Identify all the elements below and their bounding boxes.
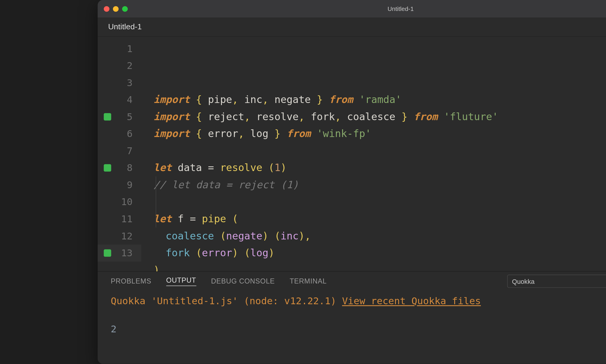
line-number: 7 — [98, 142, 141, 160]
code-token: pipe — [202, 210, 232, 228]
code-token: ( — [196, 244, 202, 262]
code-token: f — [178, 210, 190, 228]
line-number: 10 — [98, 194, 141, 211]
code-token: 1 — [275, 160, 281, 177]
code-line[interactable]: ) — [141, 262, 606, 271]
code-token: resolve — [256, 108, 299, 125]
code-token: ) ( — [262, 228, 281, 245]
code-token: } — [395, 108, 413, 125]
code-token: ) — [281, 160, 286, 177]
line-number: 1 — [98, 40, 141, 57]
code-token: } — [311, 91, 329, 108]
output-text: (node: v12.22.1) — [238, 296, 342, 307]
code-token: let — [154, 160, 178, 177]
line-number: 6 — [98, 125, 141, 142]
quokka-recent-link[interactable]: View recent Quokka files — [342, 296, 481, 307]
code-token: , — [262, 91, 275, 108]
code-line[interactable]: let data = resolve (1) — [141, 160, 606, 177]
traffic-lights — [104, 6, 128, 12]
code-line[interactable]: import { reject, resolve, fork, coalesce… — [141, 108, 606, 125]
code-token: data — [178, 160, 208, 177]
code-token: negate — [226, 228, 262, 245]
code-token: // let data = reject (1) — [154, 176, 299, 194]
code-line[interactable] — [141, 142, 606, 160]
line-number: 9 — [98, 176, 141, 194]
output-channel-select[interactable]: Quokka — [507, 275, 606, 288]
code-token: log — [250, 125, 268, 142]
code-token: ), — [299, 228, 311, 245]
line-number: 2 — [98, 57, 141, 74]
code-token: ( — [268, 160, 274, 177]
code-token: fork — [311, 108, 335, 125]
output-line: Quokka 'Untitled-1.js' (node: v12.22.1) … — [111, 294, 606, 309]
code-token: import — [154, 125, 196, 142]
line-number: 5 — [98, 108, 141, 125]
code-token: resolve — [220, 160, 268, 177]
code-editor[interactable]: 12345678910111213 import { pipe, inc, ne… — [98, 37, 606, 271]
output-text: 'Untitled-1.js' — [151, 296, 238, 307]
code-token: ( — [232, 210, 238, 228]
line-number: 8 — [98, 160, 141, 177]
code-token: } — [268, 125, 286, 142]
titlebar: Untitled-1 — [98, 0, 606, 17]
gutter: 12345678910111213 — [98, 37, 141, 271]
code-token: 'fluture' — [444, 108, 498, 125]
indent-guide — [156, 176, 156, 228]
code-token: { — [196, 91, 208, 108]
tabbar: Untitled-1 ··· — [98, 17, 606, 37]
code-content[interactable]: import { pipe, inc, negate } from 'ramda… — [141, 37, 606, 271]
code-token: = — [208, 160, 220, 177]
code-token: inc — [244, 91, 262, 108]
code-line[interactable]: import { pipe, inc, negate } from 'ramda… — [141, 91, 606, 108]
maximize-window-button[interactable] — [122, 6, 128, 12]
code-token: let — [154, 210, 178, 228]
code-token: { — [196, 125, 208, 142]
tab-untitled[interactable]: Untitled-1 — [106, 20, 144, 34]
quokka-coverage-dot — [104, 249, 111, 257]
code-token: , — [238, 125, 250, 142]
code-line[interactable]: fork (error) (log) — [141, 244, 606, 262]
code-token: 'ramda' — [359, 91, 402, 108]
close-window-button[interactable] — [104, 6, 109, 12]
code-token: , — [335, 108, 347, 125]
code-token: error — [208, 125, 238, 142]
code-line[interactable]: // let data = reject (1) — [141, 176, 606, 194]
tab-problems[interactable]: PROBLEMS — [111, 277, 151, 285]
code-token: fork — [166, 244, 196, 262]
code-line[interactable]: import { error, log } from 'wink-fp' — [141, 125, 606, 142]
code-token: ) — [154, 262, 159, 271]
output-body[interactable]: Quokka 'Untitled-1.js' (node: v12.22.1) … — [98, 291, 606, 364]
code-token: from — [414, 108, 444, 125]
code-line[interactable] — [141, 194, 606, 211]
code-token: import — [154, 108, 196, 125]
line-number: 3 — [98, 74, 141, 91]
code-token: pipe — [208, 91, 232, 108]
code-token: ) — [268, 244, 274, 262]
tab-debug-console[interactable]: DEBUG CONSOLE — [211, 277, 275, 285]
editor-window: Untitled-1 Untitled-1 ··· 12345678910111… — [98, 0, 606, 364]
minimize-window-button[interactable] — [113, 6, 119, 12]
code-token: import — [154, 91, 196, 108]
panel-toolbar: Quokka — [507, 275, 606, 288]
output-channel-value: Quokka — [512, 278, 534, 285]
line-number: 12 — [98, 228, 141, 245]
code-token: inc — [281, 228, 299, 245]
code-token: ) ( — [232, 244, 250, 262]
code-line[interactable]: let f = pipe ( — [141, 210, 606, 228]
window-title: Untitled-1 — [388, 5, 414, 12]
quokka-coverage-dot — [104, 164, 111, 172]
bottom-panel: PROBLEMS OUTPUT DEBUG CONSOLE TERMINAL Q… — [98, 271, 606, 364]
code-token: , — [232, 91, 244, 108]
code-token: = — [190, 210, 202, 228]
code-token: coalesce — [347, 108, 395, 125]
code-token — [154, 228, 166, 245]
tab-output[interactable]: OUTPUT — [166, 276, 196, 286]
code-token — [154, 244, 166, 262]
line-number: 4 — [98, 91, 141, 108]
quokka-coverage-dot — [104, 113, 111, 120]
code-line[interactable]: coalesce (negate) (inc), — [141, 228, 606, 245]
tab-terminal[interactable]: TERMINAL — [290, 277, 327, 285]
code-token: log — [250, 244, 268, 262]
code-token: 'wink-fp' — [317, 125, 371, 142]
line-number: 13 — [98, 244, 141, 262]
